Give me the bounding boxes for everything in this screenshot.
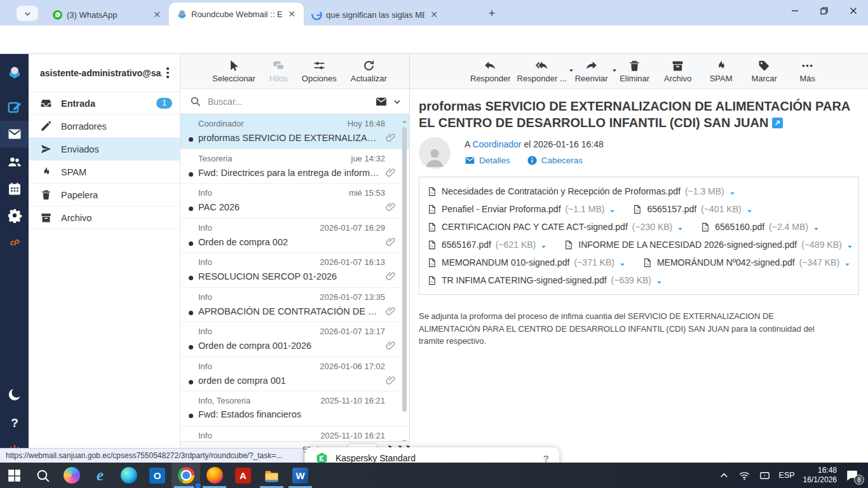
folder-item-papelera[interactable]: Papelera [29,184,180,207]
list-toolbar-seleccionar-button[interactable]: Seleccionar [212,59,255,83]
account-header[interactable]: asistente-administrativo@sa... [29,54,180,92]
taskbar-file-explorer-button[interactable] [257,463,286,488]
browser-tab[interactable]: (3) WhatsApp✕ [44,4,169,25]
taskbar-internet-explorer-button[interactable]: e [86,463,114,488]
attachment-chip[interactable]: TR INFIMA CATERING-signed-signed.pdf(~63… [427,274,663,287]
attachment-menu-caret-icon[interactable] [746,206,753,213]
taskbar-copilot-button[interactable] [57,463,86,488]
message-toolbar-marcar-button[interactable]: Marcar [746,59,783,83]
list-toolbar-opciones-button[interactable]: Opciones [302,59,337,83]
rail-calendar-button[interactable] [0,175,29,202]
close-tab-icon[interactable]: ✕ [286,8,297,20]
minimize-button[interactable] [780,0,810,22]
tray-chevron-up-icon[interactable] [718,470,730,482]
search-scope-mail-icon[interactable] [375,95,388,108]
scroll-down-icon[interactable] [402,435,407,441]
search-options-chevron-icon[interactable] [393,97,402,106]
attachment-chip[interactable]: CERTIFICACION PAC Y CATE ACT-signed.pdf(… [427,221,684,233]
rail-compose-button[interactable] [0,94,29,121]
language-indicator[interactable]: ESP [779,471,795,480]
taskbar-start-button[interactable] [0,463,29,488]
touch-keyboard-icon[interactable] [759,470,771,482]
attachment-menu-caret-icon[interactable] [619,259,626,266]
message-row[interactable]: Tesoreriajue 14:32Fwd: Directrices para … [180,149,409,184]
taskbar-edge-button[interactable] [114,463,143,488]
message-row[interactable]: Info, Tesoreria2025-11-10 16:21Fwd: Esta… [180,391,409,426]
folder-item-entrada[interactable]: Entrada1 [29,92,180,115]
message-toolbar-eliminar-button[interactable]: Eliminar [616,59,653,83]
message-row[interactable]: Info2026-01-07 16:13RESOLUCION SERCOP 01… [180,253,409,288]
browser-tab[interactable]: que significan las siglas MBA E✕ [304,4,446,25]
open-external-icon[interactable] [772,116,783,126]
message-toolbar-reenviar-button[interactable]: Reenviar [573,59,610,83]
attachment-chip[interactable]: Necesidades de Contratación y Recepción … [427,186,736,198]
attachment-menu-caret-icon[interactable] [844,259,851,266]
new-tab-button[interactable]: + [484,6,499,21]
rail-mail-button[interactable] [0,121,29,147]
attachment-menu-caret-icon[interactable] [813,224,820,231]
rail-help-button[interactable]: ? [0,410,29,437]
rail-dark-mode-button[interactable] [0,381,29,408]
rail-settings-button[interactable] [0,202,29,229]
message-row[interactable]: Info2025-11-10 16:21 [180,426,409,442]
list-toolbar-actualizar-button[interactable]: Actualizar [351,59,387,83]
message-toolbar-archivo-button[interactable]: Archivo [660,59,696,83]
trash-icon [628,59,641,72]
attachment-chip[interactable]: MEMORANDUM 010-signed.pdf(~371 KB) [427,257,626,269]
cabeceras-link[interactable]: Cabeceras [527,155,583,166]
message-row[interactable]: Info2026-01-07 13:35APROBACIÓN DE CONTRA… [180,288,409,323]
close-tab-icon[interactable]: ✕ [151,9,163,20]
pdf-file-icon [427,274,437,287]
message-row[interactable]: Info2026-01-07 16:29Orden de compra 002 [180,219,409,254]
browser-tab[interactable]: Roundcube Webmail :: Enviados✕ [169,3,304,25]
attachment-menu-caret-icon[interactable] [656,277,663,284]
rail-contacts-button[interactable] [0,149,29,175]
attachment-menu-caret-icon[interactable] [677,224,684,231]
rail-cpanel-button[interactable]: cP [0,229,29,255]
message-toolbar-responder-button[interactable]: Responder [470,59,511,83]
taskbar-acrobat-button[interactable]: A [229,463,257,488]
scroll-up-icon[interactable] [402,116,407,121]
message-row[interactable]: Infomié 15:53PAC 2026 [180,184,409,219]
taskbar-word-button[interactable]: W [286,463,315,488]
notifications-button[interactable]: 8 [845,468,860,482]
message-row[interactable]: CoordinadorHoy 16:48proformas SERVICIO D… [180,114,409,149]
message-subject: Orden de compra 002 [198,237,383,247]
attachment-chip[interactable]: 6565157.pdf(~401 KB) [632,203,752,215]
taskbar-search-button[interactable] [29,463,57,488]
scrollbar-thumb[interactable] [402,127,407,412]
taskbar-firefox-button[interactable] [200,463,229,488]
detalles-link[interactable]: Detalles [465,155,510,166]
attachment-menu-caret-icon[interactable] [540,241,547,248]
attachment-chip[interactable]: INFORME DE LA NECESIDAD 2026-signed-sign… [564,239,853,251]
attachment-chip[interactable]: 6565160.pdf(~2.4 MB) [700,221,820,233]
attachment-chip[interactable]: MEMORÁNDUM Nº042-signed.pdf(~347 KB) [642,257,851,269]
message-row[interactable]: Info2026-01-07 13:17Orden de compra 001-… [180,322,409,357]
message-subject: APROBACIÓN DE CONTRATACIÓN DE PÓLI... [198,306,383,316]
restore-button[interactable] [810,0,839,22]
taskbar-chrome-button[interactable] [172,463,200,488]
folder-item-borradores[interactable]: Borradores [29,115,180,138]
attachment-menu-caret-icon[interactable] [729,188,736,195]
wifi-icon[interactable] [738,470,750,482]
attachment-menu-caret-icon[interactable] [609,206,616,213]
message-toolbar-spam-button[interactable]: SPAM [703,59,740,83]
message-toolbar-responder-button[interactable]: Responder ... [517,59,567,83]
search-input[interactable] [207,96,370,107]
folder-item-spam[interactable]: SPAM [29,161,180,184]
attachment-chip[interactable]: 6565167.pdf(~621 KB) [427,239,547,251]
close-window-button[interactable] [839,0,868,22]
kaspersky-help-button[interactable]: ? [543,453,549,464]
message-toolbar-más-button[interactable]: Más [789,59,826,83]
recipient-link[interactable]: Coordinador [472,139,521,149]
account-menu-icon[interactable] [162,65,173,81]
tab-search-button[interactable] [17,6,38,21]
clock[interactable]: 16:48 16/1/2026 [803,466,837,485]
folder-item-archivo[interactable]: Archivo [29,207,180,229]
folder-item-enviados[interactable]: Enviados [29,138,180,161]
attachment-chip[interactable]: Penafiel - Enviar Proforma.pdf(~1.1 MB) [427,203,616,215]
message-row[interactable]: Info2026-01-06 17:02orden de compra 001 [180,357,409,392]
close-tab-icon[interactable]: ✕ [428,9,440,20]
attachment-menu-caret-icon[interactable] [846,241,853,248]
taskbar-outlook-button[interactable]: O [143,463,172,488]
